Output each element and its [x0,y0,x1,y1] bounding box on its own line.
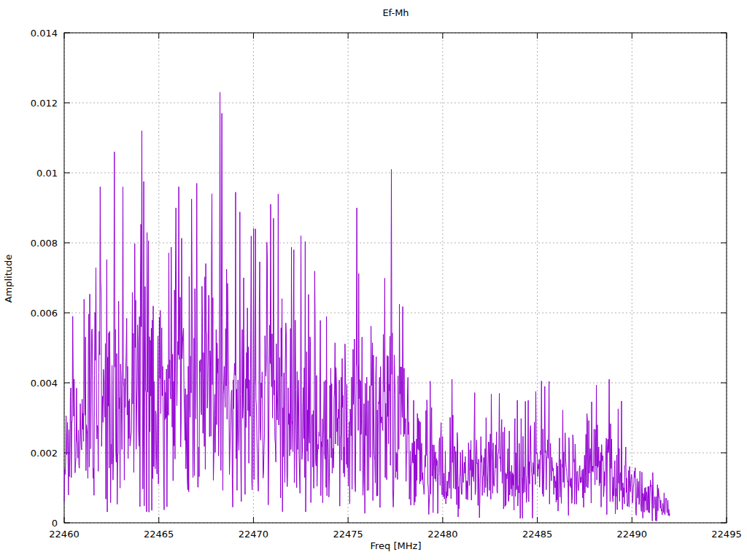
x-tick-label: 22475 [333,529,363,540]
spectrum-trace [64,93,670,521]
y-tick-label: 0.004 [31,378,58,389]
y-tick-label: 0.014 [31,28,58,39]
y-axis-label: Amplitude [3,254,14,303]
y-tick-label: 0 [52,518,58,529]
y-tick-label: 0.002 [31,448,58,459]
y-tick-label: 0.006 [31,308,58,319]
x-tick-label: 22470 [239,529,268,540]
y-tick-label: 0.01 [36,168,58,179]
y-tick-label: 0.012 [31,98,58,109]
x-tick-label: 22460 [49,529,79,540]
x-tick-label: 22495 [711,529,741,540]
x-tick-label: 22465 [144,529,174,540]
x-tick-label: 22480 [427,529,457,540]
x-tick-label: 22485 [522,529,552,540]
y-tick-label: 0.008 [31,238,58,249]
x-tick-label: 22490 [617,529,647,540]
screenshot-root: Ef-Mh 2246022465224702247522480224852249… [0,0,747,560]
plot-canvas: 2246022465224702247522480224852249022495… [0,0,747,560]
x-axis-label: Freq [MHz] [64,540,727,551]
